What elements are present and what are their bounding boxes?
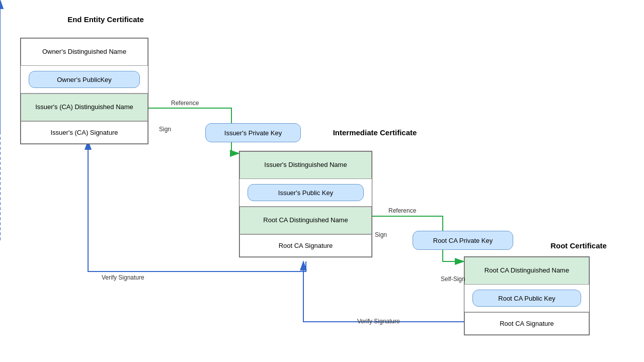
root-ca-private-key-field: Root CA Private Key (413, 231, 513, 250)
ee-owner-dn-field: Owner's Distinguished Name (21, 38, 148, 66)
root-sig-field: Root CA Signature (464, 312, 589, 335)
root-cert-box: Root CA Distinguished Name Root CA Publi… (464, 256, 590, 335)
end-entity-cert-box: Owner's Distinguished Name Owner's Publi… (20, 38, 148, 144)
ee-issuer-sig-field: Issuer's (CA) Signature (21, 121, 148, 144)
self-sign-label: Self-Sign (441, 276, 465, 283)
root-cert-title: Root Certificate (538, 241, 619, 250)
root-dn-field: Root CA Distinguished Name (464, 257, 589, 285)
root-pubkey-field: Root CA Public Key (472, 290, 581, 307)
reference2-label: Reference (388, 207, 416, 214)
verify-signature2-label: Verify Signature (357, 318, 400, 325)
issuer-private-key-field: Issuer's Private Key (205, 123, 301, 142)
int-rootca-sig-field: Root CA Signature (239, 234, 372, 257)
reference1-label: Reference (171, 100, 199, 107)
ee-issuer-dn-field: Issuer's (CA) Distinguished Name (21, 94, 148, 121)
verify-signature1-label: Verify Signature (102, 274, 144, 281)
sign1-label: Sign (159, 126, 171, 133)
intermediate-cert-box: Issuer's Distinguished Name Issuer's Pub… (239, 151, 372, 257)
intermediate-cert-title: Intermediate Certificate (312, 128, 438, 137)
sign2-label: Sign (375, 231, 387, 238)
int-issuer-dn-field: Issuer's Distinguished Name (239, 151, 372, 179)
int-rootca-dn-field: Root CA Distinguished Name (239, 207, 372, 234)
ee-owner-pubkey-field: Owner's PublicKey (29, 71, 140, 88)
end-entity-cert-title: End Entity Certificate (50, 15, 161, 24)
diagram-container: End Entity Certificate Owner's Distingui… (0, 0, 644, 362)
int-issuer-pubkey-field: Issuer's Public Key (248, 184, 364, 201)
